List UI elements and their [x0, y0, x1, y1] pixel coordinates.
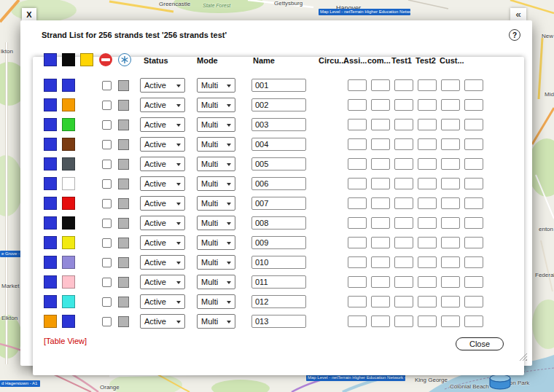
- status-select[interactable]: Active: [140, 235, 185, 250]
- mode-select[interactable]: Multi: [197, 176, 235, 191]
- test2-input[interactable]: [441, 276, 460, 288]
- test1-input[interactable]: [418, 315, 437, 327]
- comment-input[interactable]: [394, 158, 413, 170]
- strand-color-swatch[interactable]: [62, 275, 75, 289]
- tube-color-swatch[interactable]: [44, 177, 57, 190]
- circuit-input[interactable]: [348, 217, 367, 229]
- strand-color-swatch[interactable]: [62, 177, 75, 190]
- circuit-input[interactable]: [348, 197, 367, 209]
- circuit-input[interactable]: [348, 158, 367, 170]
- name-input[interactable]: [251, 98, 306, 111]
- assignment-input[interactable]: [371, 178, 390, 189]
- close-button[interactable]: Close: [456, 337, 504, 350]
- assignment-input[interactable]: [371, 158, 390, 170]
- tube-color-swatch[interactable]: [44, 236, 57, 249]
- strand-color-swatch[interactable]: [62, 118, 75, 131]
- mode-select[interactable]: Multi: [197, 98, 235, 112]
- name-input[interactable]: [251, 216, 306, 230]
- name-input[interactable]: [251, 177, 306, 190]
- status-select[interactable]: Active: [140, 314, 185, 329]
- strand-color-swatch[interactable]: [62, 256, 75, 269]
- circuit-input[interactable]: [348, 138, 367, 150]
- test2-input[interactable]: [441, 119, 460, 130]
- circuit-input[interactable]: [348, 237, 367, 248]
- test1-input[interactable]: [418, 138, 437, 150]
- comment-input[interactable]: [394, 217, 413, 229]
- custom-input[interactable]: [464, 138, 483, 150]
- strand-color-swatch[interactable]: [62, 138, 75, 151]
- mode-select[interactable]: Multi: [197, 137, 235, 152]
- tube-color-swatch[interactable]: [44, 98, 57, 111]
- test1-input[interactable]: [418, 158, 437, 170]
- test1-input[interactable]: [418, 99, 437, 111]
- row-checkbox[interactable]: [102, 179, 112, 189]
- database-node-icon[interactable]: [485, 373, 515, 391]
- strand-color-swatch[interactable]: [62, 236, 75, 249]
- test2-input[interactable]: [441, 138, 460, 150]
- test2-input[interactable]: [441, 158, 460, 170]
- tube-color-swatch[interactable]: [44, 118, 57, 131]
- row-checkbox[interactable]: [102, 297, 112, 307]
- name-input[interactable]: [251, 315, 306, 328]
- test1-input[interactable]: [418, 79, 437, 91]
- test1-input[interactable]: [418, 217, 437, 229]
- assignment-input[interactable]: [371, 256, 390, 268]
- name-input[interactable]: [251, 197, 306, 210]
- collapse-icon[interactable]: «: [510, 8, 526, 20]
- mode-select[interactable]: Multi: [197, 157, 235, 171]
- assignment-input[interactable]: [371, 99, 390, 111]
- mode-select[interactable]: Multi: [197, 314, 235, 329]
- close-x-button[interactable]: X: [22, 8, 36, 20]
- mode-select[interactable]: Multi: [197, 294, 235, 309]
- status-select[interactable]: Active: [140, 216, 185, 230]
- tube-color-swatch[interactable]: [44, 157, 57, 170]
- row-checkbox[interactable]: [102, 101, 112, 110]
- name-input[interactable]: [251, 256, 306, 269]
- strand-color-swatch[interactable]: [62, 295, 75, 308]
- test1-input[interactable]: [418, 119, 437, 130]
- name-input[interactable]: [251, 138, 306, 151]
- test2-input[interactable]: [441, 197, 460, 209]
- mode-select[interactable]: Multi: [197, 235, 235, 250]
- custom-input[interactable]: [464, 237, 483, 248]
- tube-color-swatch[interactable]: [44, 315, 57, 328]
- comment-input[interactable]: [394, 178, 413, 189]
- comment-input[interactable]: [394, 315, 413, 327]
- strand-color-swatch[interactable]: [62, 216, 75, 230]
- strand-color-swatch[interactable]: [62, 315, 75, 328]
- custom-input[interactable]: [464, 178, 483, 189]
- row-checkbox[interactable]: [102, 317, 112, 326]
- tube-color-swatch[interactable]: [44, 216, 57, 230]
- status-select[interactable]: Active: [140, 255, 185, 270]
- test1-input[interactable]: [418, 276, 437, 288]
- legend-swatch-black[interactable]: [62, 53, 75, 66]
- status-select[interactable]: Active: [140, 137, 185, 152]
- comment-input[interactable]: [394, 296, 413, 307]
- status-select[interactable]: Active: [140, 176, 185, 191]
- row-color-button[interactable]: [118, 179, 129, 189]
- name-input[interactable]: [251, 295, 306, 308]
- no-entry-icon[interactable]: [99, 53, 112, 66]
- name-input[interactable]: [251, 157, 306, 170]
- mode-select[interactable]: Multi: [197, 216, 235, 230]
- strand-color-swatch[interactable]: [62, 79, 75, 92]
- name-input[interactable]: [251, 275, 306, 289]
- strand-color-swatch[interactable]: [62, 98, 75, 111]
- assignment-input[interactable]: [371, 315, 390, 327]
- test2-input[interactable]: [441, 256, 460, 268]
- status-select[interactable]: Active: [140, 117, 185, 132]
- assignment-input[interactable]: [371, 296, 390, 307]
- legend-swatch-blue[interactable]: [44, 53, 57, 66]
- circuit-input[interactable]: [348, 79, 367, 91]
- test2-input[interactable]: [441, 217, 460, 229]
- test2-input[interactable]: [441, 315, 460, 327]
- row-checkbox[interactable]: [102, 199, 112, 208]
- custom-input[interactable]: [464, 217, 483, 229]
- tube-color-swatch[interactable]: [44, 79, 57, 92]
- row-checkbox[interactable]: [102, 278, 112, 287]
- test1-input[interactable]: [418, 178, 437, 189]
- row-checkbox[interactable]: [102, 238, 112, 248]
- row-color-button[interactable]: [118, 139, 129, 150]
- tube-color-swatch[interactable]: [44, 275, 57, 289]
- row-color-button[interactable]: [118, 80, 129, 91]
